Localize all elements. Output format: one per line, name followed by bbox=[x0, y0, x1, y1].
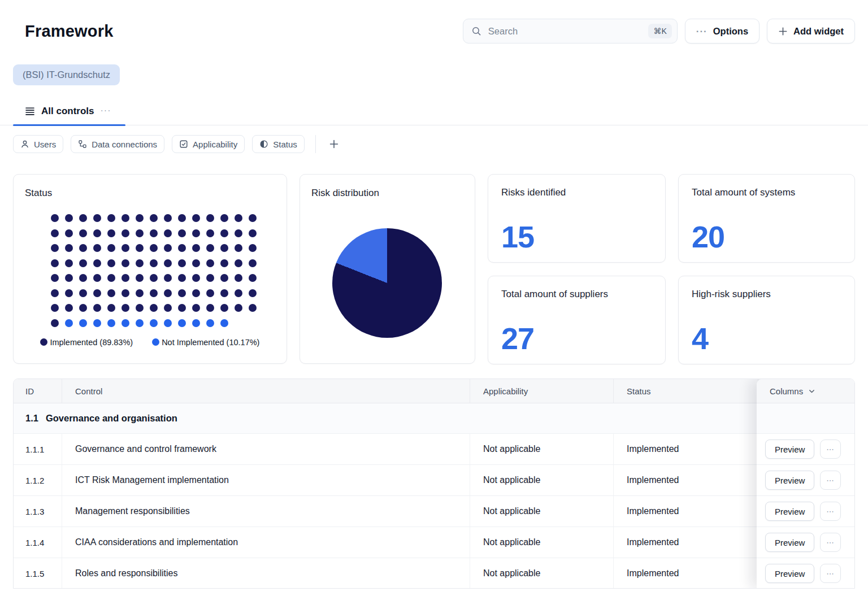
search-icon bbox=[471, 26, 481, 36]
status-widget: Status Implemented (89.83%)Not Implement… bbox=[13, 174, 287, 364]
status-dot-implemented bbox=[51, 244, 59, 252]
status-dot-not-implemented bbox=[206, 319, 214, 327]
row-more-button[interactable]: ⋯ bbox=[820, 440, 841, 459]
table-section-row[interactable]: 1.1 Governance and organisation bbox=[14, 403, 854, 434]
row-more-button[interactable]: ⋯ bbox=[820, 564, 841, 583]
column-header-id[interactable]: ID bbox=[14, 379, 62, 403]
filter-chip-users[interactable]: Users bbox=[13, 135, 63, 153]
status-dot-implemented bbox=[79, 289, 87, 297]
list-icon bbox=[25, 107, 35, 116]
columns-menu-button[interactable]: Columns bbox=[757, 379, 854, 403]
columns-panel: Columns Preview⋯Preview⋯Preview⋯Preview⋯… bbox=[757, 379, 854, 588]
search-input[interactable]: ⌘K bbox=[463, 19, 678, 43]
row-applicability-cell: Not applicable bbox=[470, 434, 613, 464]
status-dot-implemented bbox=[107, 274, 115, 282]
status-dot-implemented bbox=[206, 289, 214, 297]
row-more-button[interactable]: ⋯ bbox=[820, 502, 841, 521]
legend-label: Not Implemented (10.17%) bbox=[162, 338, 259, 347]
add-widget-button[interactable]: Add widget bbox=[767, 19, 855, 43]
status-dot-implemented bbox=[178, 274, 186, 282]
tab-menu-icon[interactable]: ··· bbox=[101, 106, 111, 117]
filter-chip-applicability[interactable]: Applicability bbox=[172, 135, 245, 153]
table-row[interactable]: 1.1.4CIAA considerations and implementat… bbox=[14, 527, 854, 558]
status-dot-implemented bbox=[249, 274, 257, 282]
row-id-cell: 1.1.1 bbox=[14, 434, 62, 464]
status-dot-implemented bbox=[206, 229, 214, 237]
filter-chip-data-connections[interactable]: Data connections bbox=[71, 135, 164, 153]
search-field[interactable] bbox=[487, 25, 643, 37]
column-header-applicability[interactable]: Applicability bbox=[470, 379, 613, 403]
contrast-icon bbox=[259, 140, 268, 149]
options-button[interactable]: ··· Options bbox=[685, 19, 760, 43]
row-status-cell: Implemented bbox=[613, 434, 758, 464]
row-id-cell: 1.1.3 bbox=[14, 496, 62, 527]
status-dot-not-implemented bbox=[136, 319, 144, 327]
row-more-button[interactable]: ⋯ bbox=[820, 533, 841, 552]
status-dot-implemented bbox=[93, 289, 101, 297]
table-row[interactable]: 1.1.3Management responsibilitiesNot appl… bbox=[14, 496, 854, 527]
status-dot-implemented bbox=[136, 289, 144, 297]
filter-chip-status[interactable]: Status bbox=[252, 135, 305, 153]
preview-button[interactable]: Preview bbox=[765, 564, 814, 583]
columns-panel-row: Preview⋯ bbox=[757, 496, 854, 527]
tab-all-controls[interactable]: All controls ··· bbox=[13, 106, 125, 125]
status-dot-implemented bbox=[192, 244, 200, 252]
section-title: Governance and organisation bbox=[46, 413, 177, 424]
status-dot-implemented bbox=[192, 259, 200, 267]
status-dot-implemented bbox=[164, 259, 172, 267]
status-dot-implemented bbox=[65, 304, 73, 312]
filter-chip-label: Data connections bbox=[92, 140, 157, 149]
status-dot-implemented bbox=[121, 244, 129, 252]
status-dot-implemented bbox=[150, 289, 158, 297]
add-filter-button[interactable] bbox=[327, 139, 341, 149]
status-dot-implemented bbox=[150, 229, 158, 237]
checkbox-icon bbox=[179, 140, 188, 149]
status-dot-not-implemented bbox=[150, 319, 158, 327]
table-row[interactable]: 1.1.1Governance and control frameworkNot… bbox=[14, 434, 854, 465]
status-dot-implemented bbox=[220, 259, 228, 267]
table-row[interactable]: 1.1.5Roles and responsibilitiesNot appli… bbox=[14, 558, 854, 589]
status-dot-implemented bbox=[136, 274, 144, 282]
table-header-row: ID Control Applicability Status bbox=[14, 379, 854, 403]
column-header-control[interactable]: Control bbox=[62, 379, 470, 403]
tab-bar: All controls ··· bbox=[0, 106, 868, 125]
high-risk-suppliers-widget: High-risk suppliers 4 bbox=[678, 276, 855, 364]
status-dot-implemented bbox=[249, 229, 257, 237]
status-dot-implemented bbox=[79, 274, 87, 282]
status-dot-implemented bbox=[220, 289, 228, 297]
column-header-status[interactable]: Status bbox=[613, 379, 758, 403]
preview-button[interactable]: Preview bbox=[765, 533, 814, 552]
filter-bar: UsersData connectionsApplicabilityStatus bbox=[13, 135, 855, 153]
add-widget-button-label: Add widget bbox=[793, 26, 844, 37]
status-dot-implemented bbox=[107, 289, 115, 297]
columns-panel-row: Preview⋯ bbox=[757, 434, 854, 465]
preview-button[interactable]: Preview bbox=[765, 440, 814, 459]
row-id-cell: 1.1.4 bbox=[14, 527, 62, 558]
framework-chip[interactable]: (BSI) IT-Grundschutz bbox=[13, 64, 120, 85]
status-dot-implemented bbox=[206, 244, 214, 252]
status-dot-implemented bbox=[107, 214, 115, 222]
preview-button[interactable]: Preview bbox=[765, 471, 814, 490]
dashboard-page: Framework ⌘K ··· Options Add widget (BSI bbox=[0, 0, 868, 589]
status-dot-implemented bbox=[206, 214, 214, 222]
filter-chip-label: Users bbox=[34, 140, 56, 149]
status-dot-implemented bbox=[65, 214, 73, 222]
table-row[interactable]: 1.1.2ICT Risk Management implementationN… bbox=[14, 465, 854, 496]
widgets-row: Status Implemented (89.83%)Not Implement… bbox=[13, 174, 855, 364]
status-dot-implemented bbox=[192, 214, 200, 222]
status-dot-implemented bbox=[79, 214, 87, 222]
status-dot-implemented bbox=[51, 229, 59, 237]
total-suppliers-widget: Total amount of suppliers 27 bbox=[488, 276, 666, 364]
status-dot-implemented bbox=[164, 214, 172, 222]
preview-button[interactable]: Preview bbox=[765, 502, 814, 521]
status-dot-implemented bbox=[249, 244, 257, 252]
row-more-button[interactable]: ⋯ bbox=[820, 471, 841, 490]
row-applicability-cell: Not applicable bbox=[470, 465, 613, 495]
status-dot-implemented bbox=[65, 244, 73, 252]
status-dot-implemented bbox=[178, 259, 186, 267]
status-dot-implemented bbox=[65, 274, 73, 282]
status-dot-not-implemented bbox=[107, 319, 115, 327]
topbar-actions: ⌘K ··· Options Add widget bbox=[463, 19, 855, 43]
status-dot-implemented bbox=[178, 289, 186, 297]
risk-distribution-pie-chart bbox=[332, 228, 442, 338]
